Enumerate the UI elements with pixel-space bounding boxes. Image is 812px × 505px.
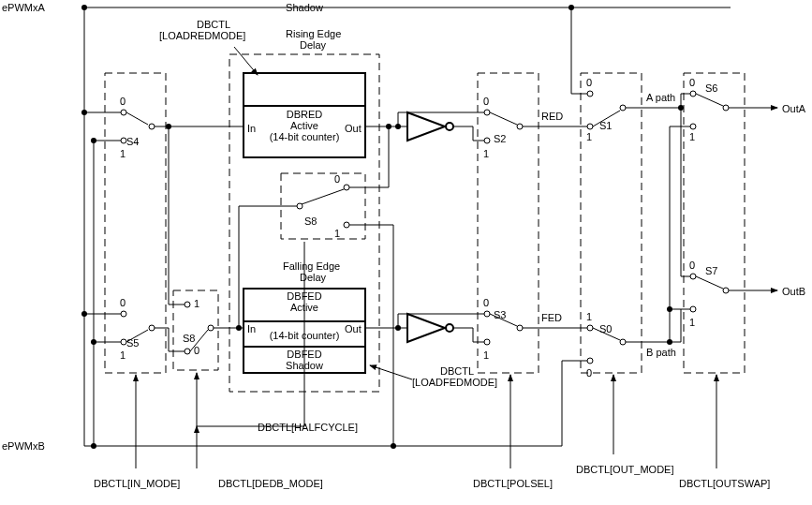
s6-zero: 0: [689, 77, 695, 88]
dbfed-in: In: [247, 323, 256, 334]
ctrl-loadfed: DBCTL[LOADFEDMODE]: [412, 365, 497, 388]
svg-point-84: [620, 105, 626, 111]
s3-one: 1: [483, 349, 489, 361]
svg-point-32: [166, 124, 171, 129]
signal-fed: FED: [541, 312, 562, 323]
output-a: OutA: [782, 103, 806, 114]
s4-one: 1: [120, 148, 125, 159]
svg-point-92: [620, 339, 626, 345]
svg-line-8: [126, 112, 148, 125]
svg-point-19: [81, 311, 87, 317]
svg-point-110: [690, 274, 696, 279]
a-path: A path: [646, 92, 675, 103]
svg-point-88: [568, 5, 574, 10]
svg-point-24: [185, 349, 190, 354]
s3-zero: 0: [483, 297, 489, 308]
ctrl-halfcycle: DBCTL[HALFCYCLE]: [258, 422, 358, 433]
switch-s5: S5: [126, 337, 139, 349]
svg-line-113: [696, 276, 723, 289]
switch-s7: S7: [705, 265, 717, 276]
input-epwmxb: ePWMxB: [2, 440, 45, 452]
svg-point-21: [91, 339, 96, 345]
switch-s8b: S8: [183, 333, 195, 344]
s1-one: 1: [586, 131, 592, 142]
svg-point-99: [690, 91, 696, 97]
svg-point-74: [484, 339, 490, 345]
svg-line-46: [302, 189, 344, 204]
svg-line-102: [696, 94, 723, 106]
svg-point-2: [81, 5, 87, 10]
dbred-shadow: DBREDShadow: [286, 0, 323, 13]
s2-zero: 0: [483, 96, 489, 107]
s8-one: 1: [334, 228, 340, 239]
svg-point-82: [587, 91, 593, 97]
output-b: OutB: [782, 286, 805, 297]
ctrl-polsel: DBCTL[POLSEL]: [473, 478, 553, 489]
svg-point-5: [121, 110, 126, 115]
svg-point-112: [723, 288, 729, 293]
svg-point-72: [395, 124, 401, 129]
svg-point-83: [587, 124, 593, 129]
svg-point-43: [344, 185, 349, 190]
svg-line-42: [370, 365, 412, 379]
rising-title: Rising EdgeDelay: [286, 28, 341, 51]
inverter-red: [407, 112, 445, 141]
svg-point-100: [690, 124, 696, 129]
s7-one: 1: [689, 317, 695, 328]
s8b-zero: 0: [194, 345, 199, 356]
svg-point-23: [185, 302, 190, 307]
s5-one: 1: [120, 349, 125, 361]
svg-point-14: [121, 311, 126, 317]
svg-point-101: [723, 105, 729, 111]
svg-point-107: [667, 339, 672, 345]
svg-point-75: [517, 325, 523, 331]
switch-s6: S6: [705, 82, 717, 94]
switch-s8: S8: [304, 215, 317, 227]
inverter-fed: [407, 314, 445, 342]
svg-point-67: [484, 138, 490, 143]
dbred-in: In: [247, 123, 256, 134]
svg-point-49: [386, 124, 391, 129]
svg-point-54: [236, 325, 242, 331]
svg-point-117: [667, 306, 672, 312]
svg-point-16: [149, 325, 155, 331]
switch-s0: S0: [599, 323, 612, 334]
ctrl-outswap: DBCTL[OUTSWAP]: [679, 478, 770, 489]
s6-one: 1: [689, 131, 695, 142]
input-epwmxa: ePWMxA: [2, 2, 46, 13]
dbfed-out: Out: [345, 323, 362, 334]
svg-point-97: [391, 443, 396, 449]
s5-zero: 0: [120, 297, 125, 308]
switch-s4: S4: [126, 136, 139, 147]
svg-point-10: [81, 110, 87, 115]
dbred-active: DBREDActive(14-bit counter): [270, 109, 340, 142]
ctrl-out-mode: DBCTL[OUT_MODE]: [576, 464, 674, 475]
svg-line-37: [234, 47, 258, 75]
svg-point-68: [517, 124, 523, 129]
svg-point-79: [395, 325, 401, 331]
svg-point-25: [208, 325, 214, 331]
ctrl-dedb-mode: DBCTL[DEDB_MODE]: [218, 478, 323, 489]
signal-red: RED: [541, 111, 563, 122]
s7-zero: 0: [689, 260, 695, 271]
s2-one: 1: [483, 148, 489, 159]
s0-one: 1: [586, 311, 592, 322]
svg-line-69: [490, 112, 517, 125]
svg-point-90: [587, 325, 593, 331]
ctrl-in-mode: DBCTL[IN_MODE]: [94, 478, 180, 489]
s1-zero: 0: [586, 77, 592, 88]
dbred-out: Out: [345, 123, 362, 134]
svg-point-7: [149, 124, 155, 129]
b-path: B path: [646, 347, 676, 358]
switch-s3: S3: [494, 309, 506, 320]
svg-point-66: [484, 110, 490, 115]
svg-point-13: [91, 138, 96, 143]
falling-title: Falling EdgeDelay: [283, 260, 340, 283]
switch-s2: S2: [494, 133, 506, 144]
ctrl-loadred: DBCTL[LOADREDMODE]: [159, 19, 245, 41]
s8b-one: 1: [194, 298, 199, 309]
svg-point-44: [344, 222, 349, 228]
svg-point-73: [484, 311, 490, 317]
s0-zero: 0: [586, 367, 592, 379]
s8-zero: 0: [334, 173, 340, 185]
